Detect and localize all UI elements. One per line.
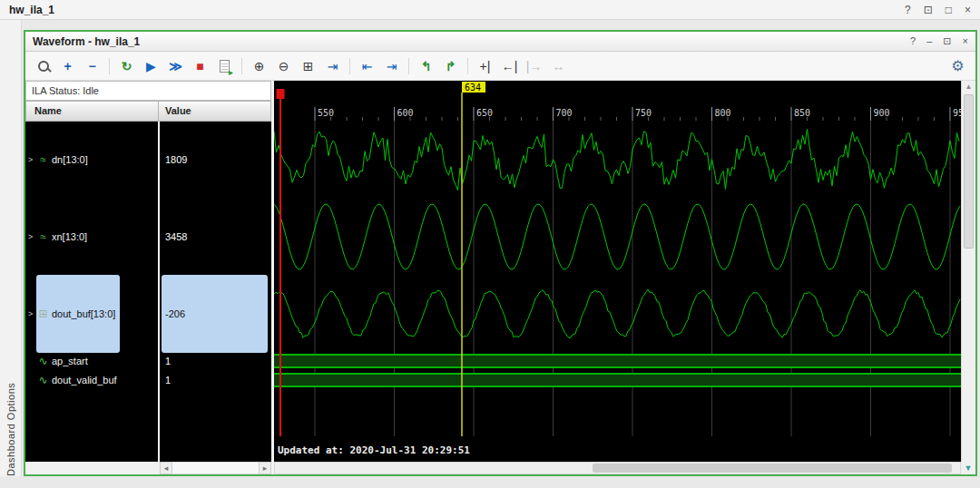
scroll-left-icon[interactable]: ◂ xyxy=(160,462,172,474)
trace-dn xyxy=(274,129,959,190)
signal-row-xn[interactable]: >≈xn[13:0] xyxy=(25,229,158,245)
bit-signal-icon: ∿ xyxy=(36,355,50,367)
toolbar-separator xyxy=(467,58,468,74)
scroll-up-icon[interactable]: ▲ xyxy=(962,81,975,93)
ruler-label: 800 xyxy=(715,108,731,118)
expand-arrow-icon[interactable]: > xyxy=(25,155,36,164)
vertical-scroll-thumb[interactable] xyxy=(964,94,974,249)
goto-start-icon[interactable]: ⇤ xyxy=(357,55,377,76)
level-high-bar-dout_valid_buf xyxy=(274,374,961,386)
help-button[interactable]: ? xyxy=(910,35,916,47)
minimize-button[interactable]: – xyxy=(926,35,932,47)
bus-signal-icon: ≈ xyxy=(36,230,50,243)
signal-name: dout_buf[13:0] xyxy=(50,308,115,319)
table-horizontal-scrollbar[interactable]: ◂ ▸ xyxy=(160,462,271,474)
add-marker-icon[interactable]: +| xyxy=(475,55,495,76)
ruler-label: 750 xyxy=(635,108,652,118)
scroll-right-icon[interactable]: ▸ xyxy=(259,462,271,474)
bit-signal-icon: ∿ xyxy=(36,374,50,386)
ruler-label: 950 xyxy=(953,108,961,118)
restore-button[interactable]: ⊡ xyxy=(924,4,933,16)
ruler-label: 550 xyxy=(318,108,334,118)
retrigger-icon[interactable]: ↻ xyxy=(116,55,137,76)
trace-dout_buf xyxy=(274,289,960,338)
prev-transition-icon[interactable]: ↰ xyxy=(416,55,436,76)
signal-row-dn[interactable]: >≈dn[13:0] xyxy=(25,151,158,168)
next-marker-icon: |→ xyxy=(524,55,544,76)
trigger-flag xyxy=(277,89,285,99)
signal-row-dout_valid_buf[interactable]: ∿dout_valid_buf xyxy=(25,372,158,388)
zoom-out-icon[interactable]: ⊖ xyxy=(273,55,294,76)
export-icon[interactable] xyxy=(214,55,235,76)
signal-name: ap_start xyxy=(50,356,88,366)
signal-name: xn[13:0] xyxy=(50,231,87,242)
signal-table-header: Name Value xyxy=(25,101,271,122)
signal-name: dn[13:0] xyxy=(50,154,88,165)
help-button[interactable]: ? xyxy=(905,4,911,16)
prev-marker-icon[interactable]: ←| xyxy=(499,55,520,76)
signal-name: dout_valid_buf xyxy=(50,375,117,386)
toolbar-separator xyxy=(349,58,350,74)
ruler-label: 900 xyxy=(874,108,890,118)
waveform-horizontal-scrollbar[interactable] xyxy=(274,462,961,474)
signal-value[interactable]: 1 xyxy=(165,372,171,388)
ruler-label: 850 xyxy=(794,108,810,118)
trace-xn xyxy=(274,204,960,269)
run-all-icon[interactable]: ≫ xyxy=(165,55,186,76)
signal-row-dout_buf[interactable]: >⊞dout_buf[13:0] xyxy=(25,306,158,322)
expand-arrow-icon[interactable]: > xyxy=(25,232,36,241)
magnifier-glyph xyxy=(36,59,51,73)
zoom-fit-icon[interactable]: ⊞ xyxy=(298,55,318,76)
stop-icon[interactable]: ■ xyxy=(190,55,211,76)
waveform-scroll-thumb[interactable] xyxy=(593,464,952,473)
name-column-header[interactable]: Name xyxy=(26,102,159,121)
goto-end-icon[interactable]: ⇥ xyxy=(381,55,402,76)
signal-value[interactable]: 3458 xyxy=(165,229,187,245)
zoom-in-icon[interactable]: ⊕ xyxy=(249,55,270,76)
toolbar-separator xyxy=(241,58,242,74)
next-transition-icon[interactable]: ↱ xyxy=(440,55,461,76)
bus-virtual-signal-icon: ⊞ xyxy=(36,307,50,320)
link-markers-icon: ↔ xyxy=(548,55,569,76)
run-trigger-icon[interactable]: ▶ xyxy=(141,55,162,76)
waveform-canvas[interactable]: 550600650700750800850900950634 xyxy=(274,81,961,462)
waveform-area: 550600650700750800850900950634 Updated a… xyxy=(274,81,961,462)
cursor-label: 634 xyxy=(465,83,481,93)
signal-name-column: >≈dn[13:0]>≈xn[13:0]>⊞dout_buf[13:0]∿ap_… xyxy=(25,122,158,462)
signal-value[interactable]: -206 xyxy=(165,306,185,322)
panel-titlebar: Waveform - hw_ila_1 ?–⊡× xyxy=(25,32,975,52)
signal-value[interactable]: 1809 xyxy=(165,151,187,168)
window-titlebar: hw_ila_1 ?⊡□× xyxy=(0,0,980,20)
table-scroll-track[interactable] xyxy=(172,462,259,474)
add-icon[interactable]: + xyxy=(57,55,78,76)
bus-signal-icon: ≈ xyxy=(36,153,50,166)
goto-time-icon[interactable]: ⇥ xyxy=(322,55,343,76)
maximize-button[interactable]: □ xyxy=(946,4,952,16)
waveform-panel: Waveform - hw_ila_1 ?–⊡× +−↻▶≫■⊕⊖⊞⇥⇤⇥↰↱+… xyxy=(24,30,977,476)
panel-title: Waveform - hw_ila_1 xyxy=(33,35,140,48)
signal-row-ap_start[interactable]: ∿ap_start xyxy=(25,353,158,369)
expand-arrow-icon[interactable]: > xyxy=(25,309,36,318)
close-button[interactable]: × xyxy=(965,4,971,16)
value-column-header[interactable]: Value xyxy=(159,102,270,121)
search-icon[interactable] xyxy=(33,55,54,76)
toolbar-separator xyxy=(109,58,110,74)
vertical-scrollbar[interactable]: ▲ xyxy=(961,81,975,462)
signal-value[interactable]: 1 xyxy=(165,353,171,369)
scrollbar-row: ◂ ▸ ▼ xyxy=(25,462,975,474)
ruler-label: 700 xyxy=(556,108,573,118)
document-glyph xyxy=(220,60,230,73)
waveform-toolbar: +−↻▶≫■⊕⊖⊞⇥⇤⇥↰↱+|←||→↔⚙ xyxy=(25,52,975,81)
updated-at-text: Updated at: 2020-Jul-31 20:29:51 xyxy=(278,444,470,456)
waveform-content: ILA Status: Idle Name Value >≈dn[13:0]>≈… xyxy=(25,81,975,462)
close-button[interactable]: × xyxy=(963,35,968,47)
settings-icon[interactable]: ⚙ xyxy=(947,55,968,76)
panel-controls: ?–⊡× xyxy=(910,35,968,47)
ruler-label: 600 xyxy=(397,108,414,118)
dashboard-options-tab[interactable]: Dashboard Options xyxy=(0,20,22,476)
scroll-down-icon[interactable]: ▼ xyxy=(961,462,975,474)
ila-status: ILA Status: Idle xyxy=(25,81,271,101)
toolbar-separator xyxy=(408,58,409,74)
remove-icon[interactable]: − xyxy=(82,55,103,76)
restore-button[interactable]: ⊡ xyxy=(943,35,951,47)
